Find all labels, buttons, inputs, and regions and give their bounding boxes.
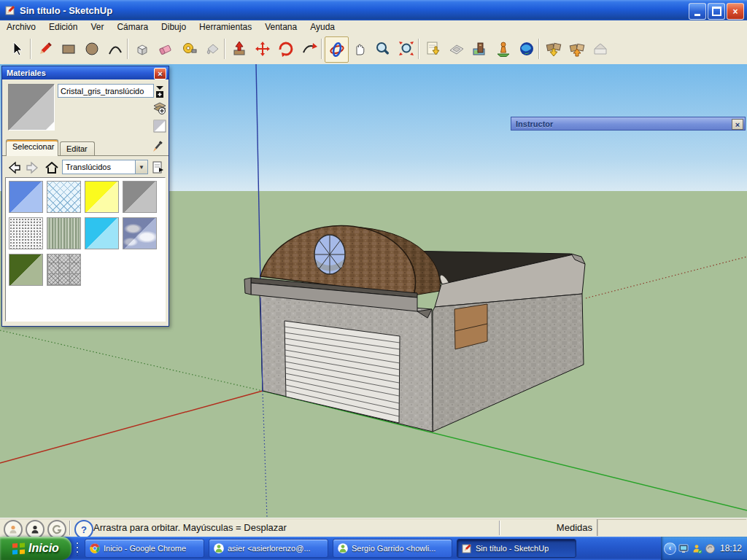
tab-seleccionar[interactable]: Seleccionar xyxy=(6,139,58,156)
building-side-window[interactable] xyxy=(454,304,487,349)
pan-tool-button[interactable] xyxy=(348,36,371,61)
collection-value: Translúcidos xyxy=(63,163,135,171)
materials-tabs: Seleccionar Editar xyxy=(2,139,169,156)
collapse-chevron-icon[interactable]: ‹ xyxy=(664,542,676,555)
system-tray: ‹ 18:12 xyxy=(661,537,747,560)
material-name-field[interactable] xyxy=(58,84,154,98)
zoom-extents-tool-button[interactable] xyxy=(395,36,417,61)
menu-ventana[interactable]: Ventana xyxy=(258,20,303,34)
export-image-button[interactable] xyxy=(422,36,444,61)
circle-tool-button[interactable] xyxy=(80,36,103,61)
materials-list-panel[interactable] xyxy=(5,177,166,322)
pushpull-up-tool-button[interactable] xyxy=(228,36,250,61)
windows-logo-icon xyxy=(12,542,25,554)
swatch-corrugated-glass[interactable] xyxy=(47,217,81,249)
taskbar-task-sketchup[interactable]: Sin título - SketchUp xyxy=(457,539,576,558)
taskbar: Inicio Inicio - Google Chrome asier <asi… xyxy=(0,537,747,560)
display-icon[interactable] xyxy=(678,543,689,554)
paint-bucket-tool-button[interactable] xyxy=(201,36,223,61)
title-bar[interactable]: Sin título - SketchUp × xyxy=(0,0,747,20)
toolbar xyxy=(0,34,747,65)
menu-ver[interactable]: Ver xyxy=(84,20,110,34)
materials-dialog[interactable]: Materiales × Seleccionar Editar xyxy=(1,66,169,327)
status-hint: Arrastra para orbitar. Mayúsculas = Desp… xyxy=(93,522,287,533)
forward-arrow-button[interactable] xyxy=(24,160,42,175)
share-models-button[interactable] xyxy=(565,36,588,61)
maximize-button[interactable] xyxy=(708,3,725,20)
follow-me-tool-button[interactable] xyxy=(298,36,320,61)
window-title: Sin título - SketchUp xyxy=(20,5,112,16)
swatch-glass-lattice[interactable] xyxy=(47,181,81,213)
get-models-button[interactable] xyxy=(542,36,565,61)
menu-bar: Archivo Edición Ver Cámara Dibujo Herram… xyxy=(0,20,747,34)
swatch-gray-translucent[interactable] xyxy=(123,181,157,213)
house-component-button[interactable] xyxy=(589,36,611,61)
materials-nav-row: Translúcidos ▼ xyxy=(2,158,169,176)
section-plane-button[interactable] xyxy=(445,36,468,61)
pushpull-tool-button[interactable] xyxy=(131,36,153,61)
materials-dialog-titlebar[interactable]: Materiales × xyxy=(2,66,169,79)
position-camera-button[interactable] xyxy=(492,36,514,61)
rectangle-tool-button[interactable] xyxy=(57,36,80,61)
measurements-field[interactable] xyxy=(597,519,746,536)
swatch-yellow-translucent[interactable] xyxy=(85,181,119,213)
messenger-tray-icon[interactable] xyxy=(692,543,703,554)
swatch-blue-translucent[interactable] xyxy=(9,181,43,213)
measurements-label: Medidas xyxy=(511,522,592,533)
tab-editar[interactable]: Editar xyxy=(60,141,95,156)
google-earth-button[interactable] xyxy=(515,36,538,61)
materials-close-button[interactable]: × xyxy=(154,68,166,79)
clock[interactable]: 18:12 xyxy=(720,543,742,553)
minimize-button[interactable] xyxy=(689,3,706,20)
start-button[interactable]: Inicio xyxy=(0,537,71,560)
sample-paint-eyedropper[interactable] xyxy=(150,139,164,157)
dropdown-arrow-icon[interactable]: ▼ xyxy=(135,160,147,174)
display-pane-toggle-button[interactable] xyxy=(152,84,167,98)
swatch-glass-blocks[interactable] xyxy=(47,254,81,286)
status-bar: ? Arrastra para orbitar. Mayúsculas = De… xyxy=(0,518,747,537)
rotate-tool-button[interactable] xyxy=(274,36,297,61)
menu-herramientas[interactable]: Herramientas xyxy=(193,20,258,34)
round-window-muntins xyxy=(314,235,345,274)
home-button[interactable] xyxy=(43,160,61,175)
sketchup-icon xyxy=(462,543,472,553)
select-tool-button[interactable] xyxy=(4,36,27,61)
details-button[interactable] xyxy=(150,160,167,175)
arc-tool-button[interactable] xyxy=(104,36,126,61)
taskbar-task-messenger-2[interactable]: Sergio Garrido <howli... xyxy=(333,539,452,558)
sketchup-window: Sin título - SketchUp × Archivo Edición … xyxy=(0,0,747,560)
volume-icon[interactable] xyxy=(705,543,716,554)
tape-measure-tool-button[interactable] xyxy=(177,36,200,61)
back-material-swatch[interactable] xyxy=(152,119,167,133)
taskbar-task-chrome[interactable]: Inicio - Google Chrome xyxy=(85,539,204,558)
swatch-cloudy-glass[interactable] xyxy=(123,217,157,249)
close-button[interactable]: × xyxy=(727,3,744,20)
menu-archivo[interactable]: Archivo xyxy=(0,20,42,34)
instructor-panel[interactable]: Instructor × xyxy=(511,117,746,131)
menu-dibujo[interactable]: Dibujo xyxy=(155,20,193,34)
zoom-tool-button[interactable] xyxy=(371,36,394,61)
sketchup-app-icon xyxy=(4,4,16,16)
menu-edicion[interactable]: Edición xyxy=(42,20,84,34)
move-tool-button[interactable] xyxy=(251,36,274,61)
menu-camara[interactable]: Cámara xyxy=(110,20,155,34)
cornice-left-cap xyxy=(244,278,251,295)
swatch-speckled-glass[interactable] xyxy=(9,217,43,249)
taskbar-task-messenger-1[interactable]: asier <asierlorenzo@... xyxy=(209,539,328,558)
photo-match-button[interactable] xyxy=(468,36,491,61)
swatch-cyan-translucent[interactable] xyxy=(85,217,119,249)
materials-dialog-title: Materiales xyxy=(7,69,46,77)
in-model-button[interactable] xyxy=(152,101,167,116)
line-tool-button[interactable] xyxy=(34,36,56,61)
menu-ayuda[interactable]: Ayuda xyxy=(303,20,341,34)
swatch-dark-green-translucent[interactable] xyxy=(9,254,43,286)
eraser-tool-button[interactable] xyxy=(154,36,177,61)
instructor-close-button[interactable]: × xyxy=(732,119,743,130)
chrome-icon xyxy=(90,543,100,553)
collection-dropdown[interactable]: Translúcidos ▼ xyxy=(62,160,148,174)
quick-launch-divider[interactable] xyxy=(75,541,80,556)
back-arrow-button[interactable] xyxy=(5,160,23,175)
material-preview-swatch xyxy=(8,84,55,131)
messenger-icon xyxy=(214,543,224,553)
orbit-tool-button[interactable] xyxy=(325,36,349,63)
